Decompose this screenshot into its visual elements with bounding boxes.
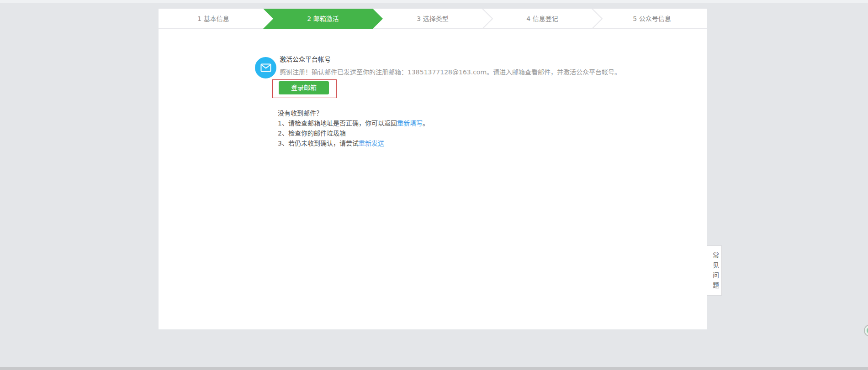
- floating-widget-button[interactable]: [864, 324, 868, 337]
- step-account-info: 5 公众号信息: [597, 9, 707, 29]
- help-section: 没有收到邮件？ 1、请检查邮箱地址是否正确，你可以返回重新填写。 2、检查你的邮…: [278, 108, 429, 148]
- login-mailbox-button[interactable]: 登录邮箱: [279, 81, 329, 94]
- activation-message-suffix: 。请进入邮箱查看邮件，并激活公众平台帐号。: [487, 68, 621, 76]
- steps-row: 1 基本信息 2 邮箱激活 3 选择类型 4 信息登记 5 公众号信息: [159, 9, 707, 29]
- activation-message-prefix: 感谢注册！确认邮件已发送至你的注册邮箱：: [280, 68, 408, 76]
- top-strip: [0, 0, 868, 3]
- bottom-edge-bar: [0, 367, 868, 370]
- faq-side-tab[interactable]: 常见问题: [707, 245, 722, 296]
- help-item-1-suffix: 。: [423, 120, 429, 127]
- step-info-registration: 4 信息登记: [487, 9, 597, 29]
- activation-title: 激活公众平台帐号: [280, 56, 331, 63]
- refill-link[interactable]: 重新填写: [397, 120, 423, 127]
- resend-link[interactable]: 重新发送: [359, 140, 384, 147]
- step-email-activation: 2 邮箱激活: [268, 9, 378, 29]
- registered-email: 13851377128@163.com: [408, 68, 487, 76]
- envelope-glyph: [260, 63, 271, 72]
- step-choose-type: 3 选择类型: [378, 9, 487, 29]
- help-item-3-text: 3、若仍未收到确认，请尝试: [278, 140, 359, 147]
- registration-stepper: 1 基本信息 2 邮箱激活 3 选择类型 4 信息登记 5 公众号信息: [159, 9, 707, 29]
- activation-message: 感谢注册！确认邮件已发送至你的注册邮箱：13851377128@163.com。…: [280, 68, 621, 76]
- help-item-2: 2、检查你的邮件垃圾箱: [278, 128, 429, 138]
- step-basic-info: 1 基本信息: [159, 9, 268, 29]
- registration-page: 1 基本信息 2 邮箱激活 3 选择类型 4 信息登记 5 公众号信息 激活公众…: [0, 0, 868, 370]
- help-item-1: 1、请检查邮箱地址是否正确，你可以返回重新填写。: [278, 118, 429, 128]
- help-item-1-text: 1、请检查邮箱地址是否正确，你可以返回: [278, 120, 397, 127]
- help-item-3: 3、若仍未收到确认，请尝试重新发送: [278, 138, 429, 148]
- envelope-icon: [255, 57, 276, 78]
- help-heading: 没有收到邮件？: [278, 108, 429, 118]
- content-panel: 1 基本信息 2 邮箱激活 3 选择类型 4 信息登记 5 公众号信息: [159, 9, 707, 329]
